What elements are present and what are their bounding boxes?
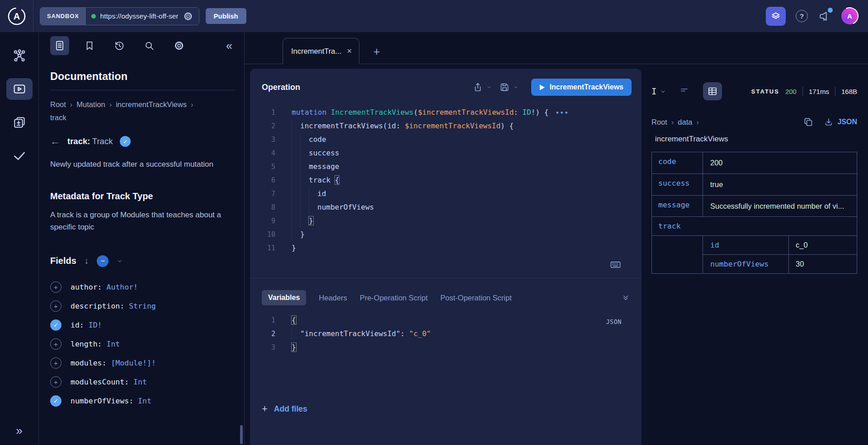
tab-pre-operation-script[interactable]: Pre-Operation Script	[360, 294, 428, 302]
code-text: code	[309, 133, 326, 146]
rail-item-explorer[interactable]	[6, 78, 33, 100]
field-add-icon[interactable]: +	[50, 281, 61, 293]
deselect-all-button[interactable]: −	[97, 255, 108, 267]
table-row[interactable]: success true	[652, 174, 857, 196]
field-add-icon[interactable]: +	[50, 376, 61, 388]
doc-tool-history[interactable]	[110, 36, 129, 55]
field-item[interactable]: +description: String	[50, 297, 235, 316]
field-selected-check-icon[interactable]: ✓	[120, 136, 131, 147]
field-checked-icon[interactable]: ✓	[50, 319, 61, 331]
sandbox-cube-button[interactable]	[766, 7, 786, 26]
response-table-view-button[interactable]	[703, 82, 722, 100]
search-icon	[143, 40, 155, 52]
copy-icon[interactable]	[803, 117, 814, 127]
new-tab-button[interactable]: +	[373, 46, 380, 57]
response-tree-view-button[interactable]	[675, 82, 694, 100]
code-text: }	[292, 241, 296, 255]
help-button[interactable]: ?	[796, 10, 808, 22]
rail-expand-button[interactable]: »	[0, 424, 38, 438]
breadcrumb-separator-icon: ›	[109, 100, 112, 109]
tab-variables[interactable]: Variables	[262, 290, 306, 305]
table-row[interactable]: message Successfully incremented number …	[652, 196, 857, 217]
breadcrumb-item[interactable]: Root	[50, 100, 66, 109]
code-line: 10}	[250, 228, 642, 241]
field-add-icon[interactable]: +	[50, 338, 61, 350]
response-root-field[interactable]: incrementTrackViews	[651, 135, 857, 144]
code-text: success	[309, 146, 339, 160]
table-row[interactable]: code 200	[652, 152, 857, 174]
field-checked-icon[interactable]: ✓	[50, 395, 61, 407]
line-number: 9	[250, 214, 275, 228]
run-operation-button[interactable]: IncrementTrackViews	[531, 79, 632, 96]
doc-tool-settings[interactable]	[170, 36, 189, 55]
operation-section: Operation	[250, 69, 642, 278]
field-item[interactable]: ✓numberOfViews: Int	[50, 392, 235, 411]
rail-item-checks[interactable]	[6, 112, 33, 133]
code-token: success	[309, 149, 339, 157]
rail-item-done[interactable]	[6, 145, 33, 167]
doc-scrollbar[interactable]	[240, 425, 243, 444]
field-add-icon[interactable]: +	[50, 300, 61, 312]
response-breadcrumb: Root›data›	[651, 118, 699, 126]
expand-ellipsis-icon[interactable]: •••	[556, 109, 569, 116]
variables-editor[interactable]: 1{2"incrementTrackViewsId": "c_0"3}	[250, 314, 642, 354]
field-label: numberOfViews: Int	[71, 397, 151, 405]
save-operation-button[interactable]	[499, 82, 519, 93]
indent-guide	[292, 173, 300, 187]
back-arrow-icon[interactable]: ←	[50, 136, 60, 147]
tab-post-operation-script[interactable]: Post-Operation Script	[440, 294, 512, 302]
breadcrumb-separator-icon: ›	[696, 118, 699, 126]
breadcrumb-item[interactable]: track	[50, 113, 66, 122]
doc-tool-search[interactable]	[140, 36, 159, 55]
field-add-icon[interactable]: +	[50, 357, 61, 369]
breadcrumb-item[interactable]: data	[678, 118, 692, 126]
publish-button[interactable]: Publish	[206, 8, 246, 24]
table-row[interactable]: track	[652, 217, 857, 236]
chevron-down-icon[interactable]	[117, 258, 123, 264]
response-cursor-mode-button[interactable]: I	[651, 86, 666, 96]
breadcrumb-item[interactable]: Mutation	[76, 100, 105, 109]
keyboard-shortcuts-icon[interactable]	[609, 258, 622, 271]
indent-guide	[292, 201, 300, 214]
field-type: [Module!]!	[111, 359, 156, 367]
field-label: modules: [Module!]!	[71, 359, 156, 367]
field-item[interactable]: +author: Author!	[50, 278, 235, 297]
collapse-variables-button[interactable]	[622, 294, 630, 302]
announcements-button[interactable]	[818, 9, 831, 23]
field-item[interactable]: +length: Int	[50, 335, 235, 354]
field-name: modulesCount:	[71, 378, 133, 386]
question-icon: ?	[800, 12, 804, 20]
endpoint-url[interactable]: https://odyssey-lift-off-serv	[100, 12, 178, 20]
selected-field-name: track:	[67, 136, 90, 146]
code-text: id	[317, 187, 326, 201]
avatar[interactable]: A	[841, 8, 858, 24]
endpoint-url-field[interactable]: https://odyssey-lift-off-serv	[86, 8, 199, 25]
doc-tool-bookmarks[interactable]	[80, 36, 99, 55]
code-line: 4success	[250, 146, 642, 160]
field-item[interactable]: +modules: [Module!]!	[50, 354, 235, 373]
share-operation-button[interactable]	[472, 82, 492, 93]
doc-tool-documentation[interactable]	[50, 36, 69, 55]
field-item[interactable]: ✓id: ID!	[50, 316, 235, 335]
breadcrumb-item[interactable]: incrementTrackViews	[116, 100, 187, 109]
row-key: success	[652, 174, 703, 195]
table-row[interactable]: id c_0	[703, 236, 857, 255]
endpoint-settings-gear-icon[interactable]	[183, 11, 193, 22]
tab-headers[interactable]: Headers	[319, 294, 347, 302]
rail-item-schema[interactable]	[6, 45, 33, 66]
operation-editor[interactable]: 1mutation IncrementTrackViews($increment…	[250, 106, 642, 255]
breadcrumb-item[interactable]: Root	[651, 118, 667, 126]
field-name: modules:	[71, 359, 111, 367]
chevron-down-icon	[660, 89, 666, 94]
operation-column: Operation	[245, 64, 642, 445]
field-item[interactable]: +modulesCount: Int	[50, 373, 235, 392]
collapse-panel-button[interactable]: «	[226, 39, 235, 52]
apollo-logo[interactable]: A	[0, 6, 33, 27]
selected-field-type[interactable]: Track	[92, 136, 113, 146]
sort-down-icon[interactable]: ↓	[85, 256, 89, 266]
operation-tab[interactable]: IncrementTra... ×	[283, 38, 359, 64]
close-tab-icon[interactable]: ×	[347, 46, 352, 56]
table-row[interactable]: numberOfViews 30	[703, 255, 857, 273]
add-files-button[interactable]: + Add files	[262, 403, 642, 415]
download-json-button[interactable]: JSON	[824, 117, 857, 127]
